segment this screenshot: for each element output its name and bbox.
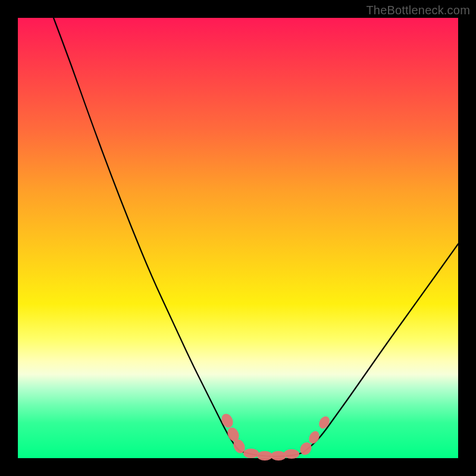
data-marker-6 xyxy=(284,449,299,459)
plot-area xyxy=(18,18,458,458)
data-marker-9 xyxy=(317,414,332,430)
curve-group xyxy=(54,18,458,456)
watermark-text: TheBottleneck.com xyxy=(366,4,470,17)
data-marker-0 xyxy=(220,412,235,429)
marker-group xyxy=(220,412,332,461)
data-marker-4 xyxy=(257,451,273,461)
chart-frame: TheBottleneck.com xyxy=(0,0,476,476)
data-marker-3 xyxy=(243,449,259,458)
chart-svg xyxy=(18,18,458,458)
curve-left-branch xyxy=(54,18,244,452)
data-marker-5 xyxy=(271,451,286,461)
